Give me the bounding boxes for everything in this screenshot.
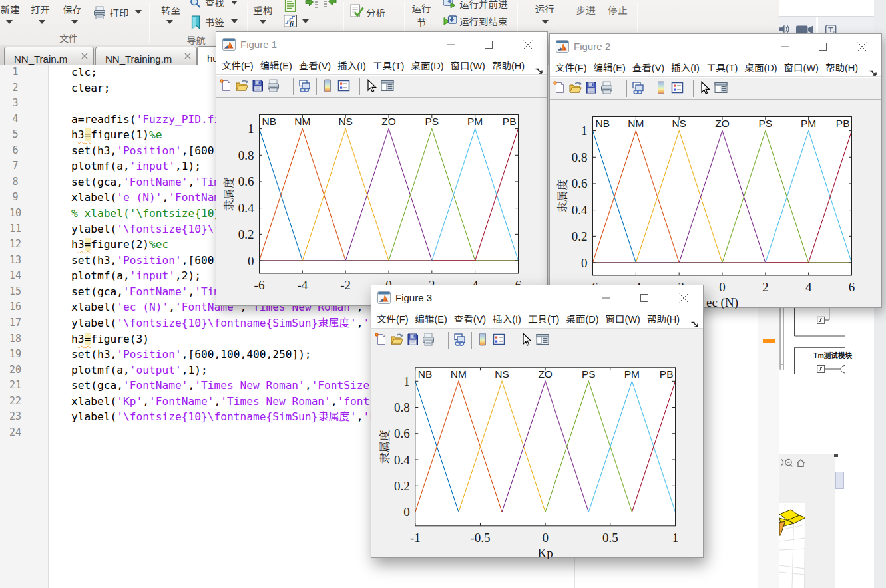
figure-window[interactable]: Figure 2文件(F)编辑(E)查看(V)插入(I)工具(T)桌面(D)窗口…: [549, 33, 882, 308]
menu-item-e[interactable]: 编辑(E): [594, 59, 626, 77]
open-icon[interactable]: [235, 78, 250, 93]
minimize-button[interactable]: [435, 32, 466, 57]
menu-item-i[interactable]: 插入(I): [671, 59, 700, 77]
legend-icon[interactable]: [492, 332, 507, 347]
open-button[interactable]: 打开: [31, 5, 50, 14]
figure-window[interactable]: Figure 1文件(F)编辑(E)查看(V)插入(I)工具(T)桌面(D)窗口…: [216, 31, 548, 306]
menu-item-f[interactable]: 文件(F): [555, 59, 587, 77]
find-dropdown-arrow-icon[interactable]: [231, 1, 238, 5]
print-icon[interactable]: [266, 78, 281, 93]
stop-button[interactable]: 停止: [608, 5, 628, 15]
menu-item-h[interactable]: 帮助(H): [825, 59, 858, 77]
menu-item-d[interactable]: 桌面(D): [411, 57, 443, 75]
figure-canvas[interactable]: [550, 100, 881, 307]
run-advance-button[interactable]: 运行并前进: [459, 0, 508, 9]
close-button[interactable]: [668, 285, 699, 310]
goto-dropdown-arrow-icon[interactable]: [166, 20, 173, 24]
print-dropdown-arrow-icon[interactable]: [135, 10, 142, 14]
close-button[interactable]: [847, 34, 877, 59]
menu-item-h[interactable]: 帮助(H): [647, 310, 680, 329]
print-button[interactable]: 打印: [110, 8, 129, 17]
link-plot-icon[interactable]: [298, 78, 312, 93]
code-line[interactable]: clc;: [71, 65, 97, 80]
edit-arrow-icon[interactable]: [364, 78, 379, 93]
inspector-icon[interactable]: [535, 332, 550, 347]
colorbar-icon[interactable]: [654, 80, 669, 95]
new-dropdown-arrow-icon[interactable]: [6, 20, 13, 24]
run-advance-icon[interactable]: [443, 0, 457, 9]
refactor-dropdown-arrow-icon[interactable]: [260, 20, 266, 24]
step-button[interactable]: 步进: [576, 5, 596, 15]
figure-window[interactable]: Figure 3文件(F)编辑(E)查看(V)插入(I)工具(T)桌面(D)窗口…: [371, 285, 704, 558]
menu-item-e[interactable]: 编辑(E): [260, 57, 292, 75]
menu-item-d[interactable]: 桌面(D): [744, 59, 777, 77]
menu-item-e[interactable]: 编辑(E): [415, 310, 447, 329]
refactor-button[interactable]: 重构: [254, 5, 273, 15]
tab-close-icon[interactable]: [81, 52, 89, 60]
colorbar-icon[interactable]: [321, 78, 335, 93]
new-figure-icon[interactable]: [219, 78, 234, 93]
comment-icon[interactable]: [284, 0, 297, 12]
code-line[interactable]: h3=figure(3): [71, 331, 149, 347]
run-to-end-button[interactable]: 运行到结束: [459, 17, 508, 26]
edit-arrow-icon[interactable]: [519, 332, 534, 347]
menu-item-f[interactable]: 文件(F): [222, 57, 254, 75]
code-line[interactable]: set(gca,'FontName','Times New Roman','Fo…: [71, 378, 409, 394]
menu-item-v[interactable]: 查看(V): [299, 57, 331, 75]
menu-item-i[interactable]: 插入(I): [337, 57, 366, 75]
save-icon[interactable]: [406, 332, 421, 347]
analyze-icon[interactable]: [350, 4, 364, 19]
save-icon[interactable]: [251, 78, 266, 93]
speaker-icon[interactable]: [779, 25, 790, 34]
find-button[interactable]: 查找: [205, 0, 224, 7]
link-plot-icon[interactable]: [453, 332, 467, 347]
inspector-icon[interactable]: [380, 78, 395, 93]
figure-canvas[interactable]: [371, 351, 703, 557]
new-button[interactable]: 新建: [1, 5, 20, 14]
open-icon[interactable]: [568, 80, 583, 95]
bookmark-dropdown-arrow-icon[interactable]: [231, 19, 238, 23]
menu-item-w[interactable]: 窗口(W): [451, 57, 485, 75]
open-icon[interactable]: [390, 332, 405, 347]
figure-canvas[interactable]: [216, 98, 547, 305]
menu-item-d[interactable]: 桌面(D): [566, 310, 598, 329]
menu-item-f[interactable]: 文件(F): [377, 310, 409, 329]
menu-item-v[interactable]: 查看(V): [632, 59, 664, 77]
figure-menubar[interactable]: 文件(F)编辑(E)查看(V)插入(I)工具(T)桌面(D)窗口(W)帮助(H): [216, 57, 547, 75]
figure-titlebar[interactable]: Figure 2: [550, 34, 881, 59]
editor-tab[interactable]: NN_Training.m: [95, 47, 197, 65]
bookmark-icon[interactable]: [190, 15, 201, 29]
menu-overflow-icon[interactable]: [869, 64, 877, 72]
colorbar-icon[interactable]: [476, 332, 491, 347]
legend-icon[interactable]: [670, 80, 685, 95]
menu-item-v[interactable]: 查看(V): [454, 310, 486, 329]
close-button[interactable]: [513, 32, 543, 57]
bookmark-button[interactable]: 书签: [205, 17, 224, 27]
print-icon[interactable]: [600, 80, 614, 95]
home-icon[interactable]: [797, 460, 805, 466]
code-line[interactable]: h3=figure(2)%ec: [71, 237, 168, 253]
search-icon[interactable]: [190, 0, 202, 9]
goto-button[interactable]: 转至: [161, 5, 180, 15]
figure-menubar[interactable]: 文件(F)编辑(E)查看(V)插入(I)工具(T)桌面(D)窗口(W)帮助(H): [550, 59, 881, 77]
menu-item-h[interactable]: 帮助(H): [492, 57, 525, 75]
figure-titlebar[interactable]: Figure 1: [216, 32, 547, 57]
new-figure-icon[interactable]: [374, 332, 389, 347]
indent-left-icon[interactable]: [323, 0, 337, 8]
open-dropdown-arrow-icon[interactable]: [39, 20, 45, 24]
format-fi-icon[interactable]: fi: [284, 15, 297, 27]
link-plot-icon[interactable]: [631, 80, 646, 95]
analyze-button[interactable]: 分析: [366, 8, 385, 17]
menu-overflow-icon[interactable]: [690, 315, 699, 323]
maximize-button[interactable]: [807, 34, 838, 59]
print-icon[interactable]: [421, 332, 436, 347]
legend-icon[interactable]: [337, 78, 351, 93]
menu-item-t[interactable]: 工具(T): [528, 310, 560, 329]
save-icon[interactable]: [584, 80, 599, 95]
code-line[interactable]: plotmf(a,'input',2);: [71, 268, 201, 284]
tab-close-icon[interactable]: [184, 52, 192, 60]
menu-item-w[interactable]: 窗口(W): [606, 310, 640, 329]
code-line[interactable]: plotmf(a,'input',1);: [71, 158, 201, 174]
run-button[interactable]: 运行: [535, 4, 554, 13]
minimize-button[interactable]: [591, 285, 622, 310]
